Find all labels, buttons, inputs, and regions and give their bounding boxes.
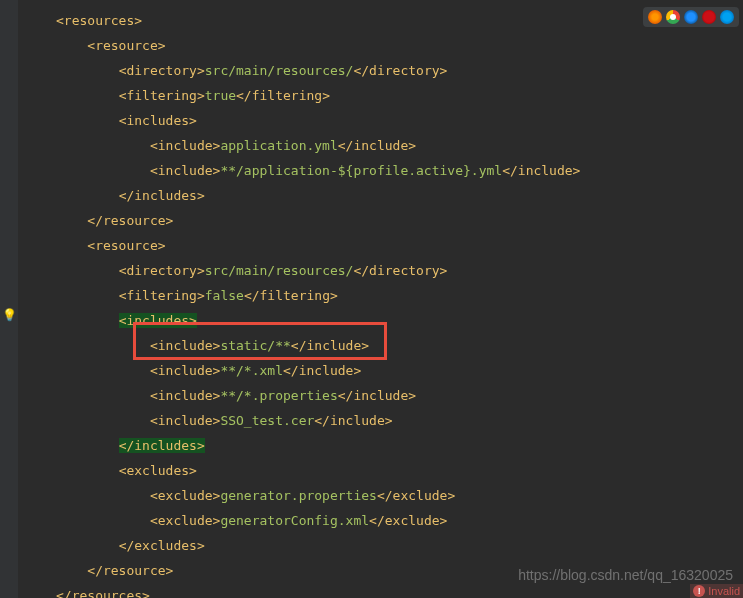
code-line: <filtering>false</filtering> (0, 283, 743, 308)
code-line: <exclude>generatorConfig.xml</exclude> (0, 508, 743, 533)
code-line: </excludes> (0, 533, 743, 558)
code-line: <resources> (0, 8, 743, 33)
code-line: </resource> (0, 208, 743, 233)
code-line: </resources> (0, 583, 743, 598)
code-line: <include>**/application-${profile.active… (0, 158, 743, 183)
code-line: <excludes> (0, 458, 743, 483)
code-line: </includes> (0, 433, 743, 458)
code-line: <include>SSO_test.cer</include> (0, 408, 743, 433)
code-line: <includes> (0, 308, 743, 333)
invalid-label: Invalid (708, 585, 740, 597)
code-line: <include>application.yml</include> (0, 133, 743, 158)
code-line: <include>**/*.properties</include> (0, 383, 743, 408)
code-line: </includes> (0, 183, 743, 208)
watermark-text: https://blog.csdn.net/qq_16320025 (518, 567, 733, 583)
code-line: <directory>src/main/resources/</director… (0, 58, 743, 83)
code-line: <include>static/**</include> (0, 333, 743, 358)
code-line: <include>**/*.xml</include> (0, 358, 743, 383)
invalid-status-badge[interactable]: Invalid (690, 584, 743, 598)
code-line: <resource> (0, 33, 743, 58)
code-line: <includes> (0, 108, 743, 133)
code-line: <filtering>true</filtering> (0, 83, 743, 108)
code-line: <directory>src/main/resources/</director… (0, 258, 743, 283)
code-line: <resource> (0, 233, 743, 258)
code-editor[interactable]: <resources> <resource> <directory>src/ma… (0, 0, 743, 598)
code-line: <exclude>generator.properties</exclude> (0, 483, 743, 508)
